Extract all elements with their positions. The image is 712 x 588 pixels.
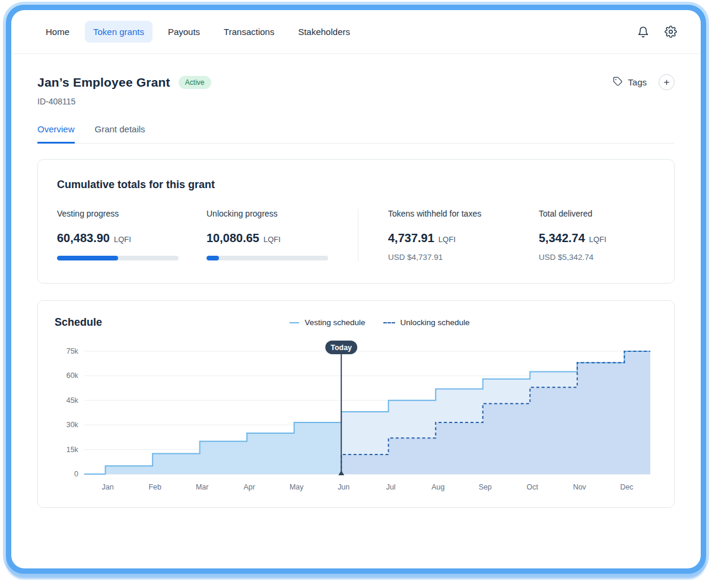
grant-id: ID-408115 — [37, 97, 675, 106]
metric-usd: USD $4,737.91 — [388, 253, 539, 262]
unlocking-line-swatch — [383, 322, 395, 323]
tags-label: Tags — [628, 77, 647, 87]
metric-unit: LQFI — [114, 235, 131, 244]
nav-items: Home Token grants Payouts Transactions S… — [37, 21, 358, 43]
svg-text:Sep: Sep — [479, 483, 492, 491]
svg-text:Jan: Jan — [102, 483, 114, 491]
chart-legend: Vesting schedule Unlocking schedule — [102, 318, 657, 327]
schedule-card: Schedule Vesting schedule Unlocking sche… — [37, 300, 675, 508]
metric-value: 4,737.91 — [388, 231, 434, 245]
vesting-progress-bar — [57, 256, 179, 260]
grant-header: Jan’s Employee Grant Active Tags + — [37, 74, 675, 90]
svg-text:Apr: Apr — [243, 483, 255, 491]
svg-text:60k: 60k — [66, 371, 79, 380]
schedule-header: Schedule Vesting schedule Unlocking sche… — [55, 316, 657, 329]
app-window: Home Token grants Payouts Transactions S… — [0, 0, 712, 588]
vesting-line-swatch — [290, 322, 299, 323]
top-navigation: Home Token grants Payouts Transactions S… — [11, 10, 701, 54]
metric-unit: LQFI — [263, 235, 281, 244]
svg-text:Nov: Nov — [573, 483, 587, 491]
nav-item-home[interactable]: Home — [37, 21, 78, 43]
metric-label: Vesting progress — [57, 209, 206, 218]
window-frame: Home Token grants Payouts Transactions S… — [6, 5, 706, 574]
nav-item-payouts[interactable]: Payouts — [160, 21, 208, 43]
tag-icon — [613, 77, 623, 88]
tab-overview[interactable]: Overview — [37, 124, 75, 144]
page-title: Jan’s Employee Grant — [37, 75, 170, 90]
metric-usd: USD $5,342.74 — [539, 253, 655, 262]
metric-tokens-withheld: Tokens withheld for taxes 4,737.91 LQFI … — [388, 209, 539, 262]
metrics-divider — [358, 209, 358, 262]
metric-unit: LQFI — [438, 235, 456, 244]
schedule-chart-svg: Today015k30k45k60k75kJanFebMarAprMayJunJ… — [55, 337, 657, 498]
tab-bar: Overview Grant details — [37, 124, 675, 144]
metric-label: Total delivered — [539, 209, 655, 218]
metric-label: Tokens withheld for taxes — [388, 209, 539, 218]
cumulative-totals-card: Cumulative totals for this grant Vesting… — [37, 159, 675, 284]
nav-icons — [637, 26, 677, 38]
legend-vesting: Vesting schedule — [290, 318, 365, 327]
nav-item-stakeholders[interactable]: Stakeholders — [290, 21, 358, 43]
metric-total-delivered: Total delivered 5,342.74 LQFI USD $5,342… — [539, 209, 655, 262]
metrics-row: Vesting progress 60,483.90 LQFI Unlockin… — [57, 209, 655, 262]
unlocking-progress-bar — [206, 256, 328, 260]
bell-icon[interactable] — [637, 26, 649, 38]
metric-unit: LQFI — [589, 235, 606, 244]
metric-label: Unlocking progress — [206, 209, 358, 218]
tab-grant-details[interactable]: Grant details — [95, 124, 145, 144]
page-content: Home Token grants Payouts Transactions S… — [11, 10, 701, 568]
metric-value: 10,080.65 — [206, 231, 259, 245]
svg-text:Today: Today — [330, 344, 352, 352]
metric-value: 60,483.90 — [57, 231, 110, 245]
schedule-chart: Today015k30k45k60k75kJanFebMarAprMayJunJ… — [55, 337, 657, 500]
svg-text:Dec: Dec — [620, 483, 633, 491]
settings-icon[interactable] — [665, 26, 677, 38]
svg-text:Feb: Feb — [148, 483, 161, 491]
metric-unlocking-progress: Unlocking progress 10,080.65 LQFI — [206, 209, 358, 260]
legend-unlocking: Unlocking schedule — [383, 318, 470, 327]
svg-text:Jul: Jul — [386, 483, 396, 491]
legend-vesting-label: Vesting schedule — [304, 318, 365, 327]
status-badge: Active — [179, 76, 211, 89]
metric-value: 5,342.74 — [539, 231, 585, 245]
schedule-card-title: Schedule — [55, 316, 102, 329]
totals-card-title: Cumulative totals for this grant — [57, 179, 655, 191]
add-tag-button[interactable]: + — [659, 74, 675, 90]
svg-text:45k: 45k — [66, 396, 79, 405]
svg-text:Oct: Oct — [527, 483, 539, 491]
main-area: Jan’s Employee Grant Active Tags + ID-4 — [11, 74, 701, 508]
unlocking-progress-fill — [206, 256, 219, 260]
svg-text:30k: 30k — [66, 421, 79, 429]
svg-text:15k: 15k — [66, 446, 79, 454]
svg-text:May: May — [290, 483, 304, 491]
legend-unlocking-label: Unlocking schedule — [401, 318, 470, 327]
svg-text:Aug: Aug — [431, 483, 444, 491]
svg-text:0: 0 — [74, 470, 78, 478]
vesting-progress-fill — [57, 256, 118, 260]
svg-text:Mar: Mar — [196, 483, 208, 491]
nav-item-token-grants[interactable]: Token grants — [85, 21, 152, 43]
svg-text:75k: 75k — [66, 347, 79, 355]
svg-text:Jun: Jun — [338, 483, 349, 491]
nav-item-transactions[interactable]: Transactions — [215, 21, 282, 43]
tags-button[interactable]: Tags — [613, 77, 647, 88]
metric-vesting-progress: Vesting progress 60,483.90 LQFI — [57, 209, 206, 260]
